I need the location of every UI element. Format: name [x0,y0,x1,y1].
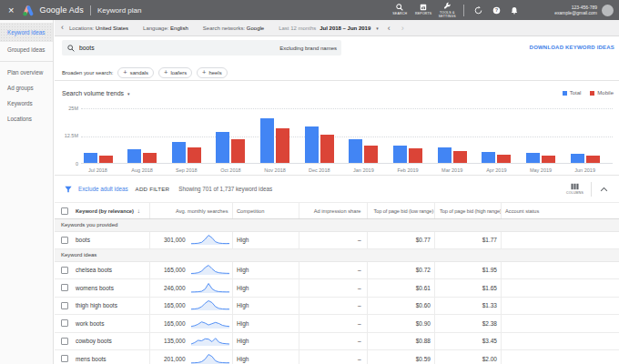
reports-button[interactable]: REPORTS [412,4,434,15]
sparkline-chart [190,299,230,311]
row-checkbox[interactable] [61,284,68,291]
range-next-icon: › [401,24,404,33]
keyword-cell: thigh high boots [76,302,117,308]
table-row-chelsea-boots[interactable]: chelsea boots165,000High–$0.72$1.95 [55,262,619,280]
row-checkbox[interactable] [61,319,68,327]
competition-cell: High [232,298,299,315]
x-axis-tick: May 2019 [519,167,563,173]
legend-total[interactable]: Total [563,90,582,96]
keyword-cell: chelsea boots [76,267,112,273]
help-icon: ? [492,6,501,15]
range-prev-icon[interactable]: ‹ [388,24,391,33]
bid-low-cell: $0.72 [367,262,434,279]
setting-language[interactable]: Language: English [143,25,188,31]
avg-searches-cell: 165,000 [149,315,232,332]
broaden-chip-loafers[interactable]: +loafers [158,67,192,78]
sidebar-item-grouped-ideas[interactable]: Grouped ideas [0,42,53,57]
bar-total-feb-2019 [393,146,407,163]
keyword-search-box[interactable]: boots Excluding brand names [62,40,341,56]
broaden-chip-sandals[interactable]: +sandals [117,67,154,78]
notifications-button[interactable] [506,6,523,15]
sparkline-chart [190,318,230,329]
download-keyword-ideas-link[interactable]: DOWNLOAD KEYWORD IDEAS [530,45,614,50]
bar-mobile-apr-2019 [497,155,511,163]
bar-total-sep-2018 [172,142,186,163]
tools-settings-button[interactable]: TOOLS & SETTINGS [436,2,458,18]
bar-total-dec-2018 [305,126,319,163]
table-row-womens-boots[interactable]: womens boots246,000High–$0.61$1.65 [55,279,619,298]
header-keyword[interactable]: Keyword (by relevance) ↓ [55,207,149,215]
help-button[interactable]: ? [488,6,504,15]
avg-searches-cell: 246,000 [149,279,232,297]
avatar[interactable] [602,5,614,16]
refresh-button[interactable] [470,6,486,15]
legend-swatch [563,91,567,96]
competition-cell: High [232,315,299,332]
date-range-value[interactable]: Jul 2018 – Jun 2019 [320,25,370,31]
chart-title[interactable]: Search volume trends▾ [62,90,130,96]
sidebar-item-keywords[interactable]: Keywords [0,96,53,111]
close-icon[interactable]: × [8,5,14,15]
refresh-icon [474,6,482,15]
header-avg-monthly-searches[interactable]: Avg. monthly searches [149,203,232,218]
bar-mobile-jul-2018 [99,156,113,163]
sidebar-item-plan-overview[interactable]: Plan overview [0,65,53,80]
sidebar-nav: Keyword ideasGrouped ideasPlan overviewA… [0,20,54,364]
brand-filter-note: Excluding brand names [279,46,337,51]
table-body: Keywords you providedboots301,000High–$0… [55,219,619,364]
sidebar-item-locations[interactable]: Locations [0,111,53,126]
competition-cell: High [232,232,299,249]
setting-locations[interactable]: Locations: United States [69,25,128,31]
header-account-status[interactable]: Account status [501,203,618,218]
header-competition[interactable]: Competition [232,203,299,218]
header-top-bid-high[interactable]: Top of page bid (high range) [434,203,502,218]
collapse-chevron-icon[interactable] [600,187,608,192]
bid-low-cell: $0.60 [367,298,434,315]
search-button[interactable]: SEARCH [389,4,411,15]
row-checkbox[interactable] [61,237,68,244]
bid-low-cell: $0.61 [367,279,434,297]
bar-total-oct-2018 [216,132,229,163]
search-query[interactable]: boots [79,45,95,51]
ad-impression-share-cell: – [299,350,367,364]
header-ad-impression-share[interactable]: Ad impression share [299,203,367,218]
ad-impression-share-cell: – [299,232,367,249]
table-tools: COLUMNS [566,182,619,197]
add-filter-button[interactable]: ADD FILTER [136,186,170,192]
table-row-cowboy-boots[interactable]: cowboy boots135,000High–$0.88$3.45 [55,333,619,351]
account-status-cell [501,298,618,315]
row-checkbox[interactable] [61,338,68,345]
sidebar-item-ad-groups[interactable]: Ad groups [0,80,53,96]
columns-button[interactable]: COLUMNS [566,183,583,196]
chevron-down-icon[interactable]: ▾ [376,25,379,31]
legend-mobile[interactable]: Mobile [590,90,614,96]
bid-low-cell: $0.88 [367,333,434,350]
bar-total-jan-2019 [349,139,362,163]
row-checkbox[interactable] [61,267,68,274]
table-row-mens-boots[interactable]: mens boots201,000High–$0.59$2.00 [55,350,619,364]
back-chevron-icon[interactable]: ‹ [61,23,64,32]
table-row-thigh-high-boots[interactable]: thigh high boots165,000High–$0.60$1.33 [55,298,619,316]
bar-mobile-nov-2018 [276,128,289,163]
bar-mobile-dec-2018 [320,135,334,163]
row-checkbox[interactable] [61,355,68,362]
divider [591,182,592,197]
bar-mobile-oct-2018 [231,139,245,163]
row-checkbox[interactable] [61,302,68,309]
exclude-adult-ideas-link[interactable]: Exclude adult ideas [78,186,128,192]
table-row-boots[interactable]: boots301,000High–$0.77$1.77 [55,232,619,250]
table-row-work-boots[interactable]: work boots165,000High–$0.90$2.38 [55,315,619,333]
sparkline-chart [190,353,230,364]
sparkline-chart [190,234,230,246]
select-all-checkbox[interactable] [61,207,68,215]
x-axis-tick: Feb 2019 [386,167,430,173]
bell-icon [511,6,518,15]
sparkline-chart [190,282,230,294]
bar-mobile-aug-2018 [143,153,157,163]
sidebar-item-keyword-ideas[interactable]: Keyword ideas [0,23,53,42]
broaden-chip-heels[interactable]: +heels [197,67,227,78]
bar-mobile-feb-2019 [409,148,422,163]
header-top-bid-low[interactable]: Top of page bid (low range) [367,203,434,218]
setting-networks[interactable]: Search networks: Google [203,25,264,31]
avg-searches-cell: 135,000 [149,333,232,350]
